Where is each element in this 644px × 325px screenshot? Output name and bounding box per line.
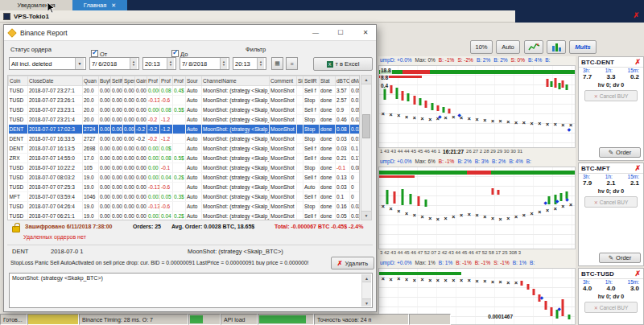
column-header[interactable]: Stat xyxy=(320,76,336,86)
column-header[interactable]: dBTC xyxy=(336,76,350,86)
column-header[interactable]: Gain xyxy=(135,76,147,86)
close-icon[interactable]: ✗ xyxy=(634,58,641,66)
table-row[interactable]: TUSD2018-07-07 07:25:319.00.000.000.000.… xyxy=(9,183,361,192)
table-row[interactable]: TUSD2018-07-07 23:23:120.00.000.000.000.… xyxy=(9,105,361,115)
table-row[interactable]: DENT2018-07-07 16:33:527270.000.000.00-0… xyxy=(9,134,361,144)
refresh-button[interactable]: ≡ xyxy=(286,57,298,70)
trade-marker-icon: × xyxy=(460,278,463,283)
scroll-up-icon[interactable]: ▲ xyxy=(362,274,371,282)
table-cell: TUSD xyxy=(9,115,28,125)
cancel-buy-button[interactable]: ✕Cancel BUY xyxy=(584,90,638,101)
table-cell: 2724 xyxy=(83,125,99,134)
table-scrollbar[interactable]: ▲ ▼ xyxy=(361,75,372,220)
table-row[interactable]: TUSD2018-07-07 23:27:120.00.000.000.000.… xyxy=(9,86,361,96)
filter-tool-button[interactable]: ▦ xyxy=(271,57,283,70)
maximize-icon[interactable]: ☐ xyxy=(330,27,351,39)
tab-close-icon[interactable]: ✕ xyxy=(111,2,116,9)
spinner-icon[interactable]: ▲▼ xyxy=(130,58,137,69)
table-row[interactable]: MFT2018-07-07 03:59:410460.000.000.000.0… xyxy=(9,192,361,202)
trade-marker-icon: × xyxy=(390,205,393,211)
column-header[interactable]: ChannelName xyxy=(202,76,270,86)
scroll-up-icon[interactable]: ▲ xyxy=(361,76,371,84)
scroll-down-icon[interactable]: ▼ xyxy=(362,298,371,306)
column-header[interactable]: BuyP xyxy=(99,76,111,86)
ten-percent-button[interactable]: 10% xyxy=(470,40,493,54)
order-button[interactable]: ✎Order xyxy=(599,253,641,263)
column-header[interactable]: Quan xyxy=(83,76,99,86)
column-header[interactable]: Prof xyxy=(147,76,160,86)
trade-marker-icon: × xyxy=(397,276,400,282)
cancel-buy-button[interactable]: ✕Cancel BUY xyxy=(584,302,638,313)
trade-marker-icon: × xyxy=(491,117,494,123)
delete-button[interactable]: ✗ Удалить xyxy=(331,257,374,269)
chevron-down-icon[interactable]: ▼ xyxy=(75,58,84,69)
column-header[interactable]: dMar xyxy=(350,76,361,86)
tab-main[interactable]: Главная ✕ xyxy=(72,0,127,10)
column-header[interactable]: Sig xyxy=(297,76,303,86)
dialog-titlebar[interactable]: Binance Report — ☐ ✕ xyxy=(4,25,376,41)
export-excel-button[interactable]: X т в Excel xyxy=(313,57,373,71)
from-date-input[interactable]: 7/ 6/2018 ▲▼ xyxy=(89,57,139,70)
auto-button[interactable]: Auto xyxy=(496,40,520,54)
timeframe-value: 0.2 xyxy=(630,73,639,80)
table-cell: 0.4$ xyxy=(173,86,186,96)
table-row[interactable]: ZRX2018-07-07 14:55:017.00.000.000.000.0… xyxy=(9,154,361,163)
scroll-down-icon[interactable]: ▼ xyxy=(361,211,371,220)
chart-plot-area[interactable]: ×××××××××××××××××××××××××◆◆◆ xyxy=(378,167,576,249)
textarea-scrollbar[interactable]: ▲ ▼ xyxy=(361,274,371,306)
cancel-buy-button[interactable]: ✕Cancel BUY xyxy=(584,196,638,208)
table-row[interactable]: TUSD2018-07-07 23:26:120.00.000.000.000.… xyxy=(9,96,361,105)
column-header[interactable]: SellP xyxy=(111,76,123,86)
spinner-icon[interactable]: ▲▼ xyxy=(220,58,227,69)
column-header[interactable]: Sper xyxy=(123,76,135,86)
column-header[interactable]: SellR xyxy=(303,76,320,86)
trade-marker-icon: × xyxy=(428,116,431,121)
table-row[interactable]: TUSD2018-07-07 04:26:419.00.000.000.000.… xyxy=(9,202,361,212)
minimize-icon[interactable]: — xyxy=(305,27,326,39)
close-icon[interactable]: ✕ xyxy=(355,27,376,39)
table-row[interactable]: DENT2018-07-07 16:13:526980.000.000.000.… xyxy=(9,144,361,154)
order-button[interactable]: ✎Order xyxy=(599,147,641,158)
table-row[interactable]: DENT2018-07-07 17:02:327240.000.000.00-0… xyxy=(9,125,361,134)
column-header[interactable]: Comment xyxy=(270,76,297,86)
table-row[interactable]: TUSD2018-07-07 23:21:420.00.000.000.000.… xyxy=(9,115,361,125)
table-cell: 2018-07-07 23:27:1 xyxy=(28,86,83,96)
candle xyxy=(417,196,419,206)
mults-button[interactable]: Mults xyxy=(569,40,597,54)
table-row[interactable]: TUSD2018-07-07 08:03:219.00.000.000.000.… xyxy=(9,173,361,183)
column-header[interactable]: Prof xyxy=(160,76,173,86)
table-row[interactable]: TUSD2018-07-07 06:21:119.00.000.000.000.… xyxy=(9,212,361,221)
from-time-input[interactable]: 20:13 ▲▼ xyxy=(142,57,176,70)
order-status-select[interactable]: All incl. deleted ▼ xyxy=(9,57,86,70)
close-icon[interactable]: ✗ xyxy=(634,164,641,172)
table-cell: 0.00 xyxy=(99,202,111,212)
market-panel: BTC-MFT✗3h:1h:15m:7.92.12.1hv 0; dv 0✕Ca… xyxy=(578,162,644,266)
column-header[interactable]: Prof xyxy=(173,76,186,86)
to-date-input[interactable]: 7/ 8/2018 ▲▼ xyxy=(180,57,229,70)
trade-marker-icon: × xyxy=(397,208,400,213)
trade-marker-icon: × xyxy=(538,120,541,125)
order-button-label: Order xyxy=(616,254,631,261)
timeframe-label: 3h: xyxy=(583,279,590,285)
column-header[interactable]: Coin xyxy=(9,76,28,86)
bars-icon-button[interactable] xyxy=(547,40,566,54)
comment-textarea[interactable]: MoonShot: (strategy <Skakp_BTC>) ▲ ▼ xyxy=(9,273,373,308)
close-icon[interactable]: ✗ xyxy=(634,269,641,278)
to-time-input[interactable]: 20:13 ▲▼ xyxy=(233,57,266,70)
scrollbar-thumb[interactable] xyxy=(362,114,370,138)
table-cell: 0.00 xyxy=(123,202,135,212)
tab-notifications[interactable]: Уведомления xyxy=(0,0,72,10)
spinner-icon[interactable]: ▲▼ xyxy=(257,58,264,69)
spinner-icon[interactable]: ▲▼ xyxy=(167,58,174,69)
table-row[interactable]: TUSD2018-07-07 10:22:21050.000.000.000.0… xyxy=(9,163,361,173)
chart-toolbar: 10% Auto Mults xyxy=(375,23,644,56)
trade-marker-icon: × xyxy=(405,113,408,119)
chart-plot-area[interactable]: ×××××××××××××××××××××××××◆◆◆18.88.80.4 xyxy=(378,65,576,148)
column-header[interactable]: Sour xyxy=(186,76,202,86)
chart-mode-icon-button[interactable] xyxy=(524,40,543,54)
table-cell: TUSD xyxy=(9,105,28,115)
binance-report-dialog: Binance Report — ☐ ✕ Статус ордера ✓От ✓… xyxy=(3,24,377,312)
timeframe-values: 7.73.30.2 xyxy=(579,73,643,80)
close-icon[interactable]: ✗ xyxy=(633,12,639,19)
column-header[interactable]: CloseDate xyxy=(28,76,83,86)
